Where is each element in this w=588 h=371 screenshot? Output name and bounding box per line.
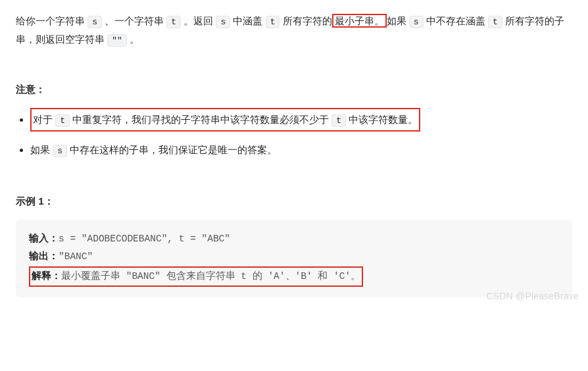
code-t: t: [266, 16, 280, 28]
code-t: t: [166, 16, 181, 28]
notice-list: 对于 t 中重复字符，我们寻找的子字符串中该字符数量必须不少于 t 中该字符数量…: [16, 108, 572, 159]
example-explain-line: 解释：最小覆盖子串 "BANC" 包含来自字符串 t 的 'A'、'B' 和 '…: [29, 266, 559, 287]
note-text: 中该字符数量。: [346, 114, 418, 125]
highlight-min-substring: 最小子串。: [332, 14, 387, 28]
note-text: 中重复字符，我们寻找的子字符串中该字符数量必须不少于: [70, 114, 331, 125]
highlight-note-1: 对于 t 中重复字符，我们寻找的子字符串中该字符数量必须不少于 t 中该字符数量…: [30, 108, 420, 132]
intro-text: 中涵盖: [230, 15, 265, 26]
explain-label: 解释：: [32, 271, 61, 282]
highlight-explain: 解释：最小覆盖子串 "BANC" 包含来自字符串 t 的 'A'、'B' 和 '…: [29, 266, 363, 287]
intro-text: 、一个字符串: [102, 15, 166, 26]
list-item: 如果 s 中存在这样的子串，我们保证它是唯一的答案。: [30, 141, 572, 159]
problem-intro: 给你一个字符串 s 、一个字符串 t 。返回 s 中涵盖 t 所有字符的最小子串…: [16, 12, 572, 49]
note-text: 如果: [30, 144, 53, 155]
code-s: s: [87, 16, 102, 28]
notice-title: 注意：: [16, 80, 572, 99]
intro-text: 所有字符的: [280, 15, 331, 26]
intro-text: 中不存在涵盖: [424, 15, 488, 26]
code-t: t: [331, 114, 346, 127]
example-output-line: 输出："BANC": [29, 248, 559, 266]
example-input-line: 输入：s = "ADOBECODEBANC", t = "ABC": [29, 230, 559, 249]
code-s: s: [409, 16, 424, 28]
code-t: t: [55, 114, 70, 127]
code-s: s: [216, 16, 230, 28]
note-text: 对于: [33, 114, 55, 125]
output-label: 输出：: [29, 251, 59, 262]
intro-text: 如果: [387, 15, 409, 26]
code-t: t: [488, 16, 502, 28]
intro-text: 。: [127, 34, 139, 45]
intro-text: 。返回: [181, 15, 216, 26]
explain-value: 最小覆盖子串 "BANC" 包含来自字符串 t 的 'A'、'B' 和 'C'。: [61, 271, 360, 282]
input-label: 输入：: [29, 234, 59, 244]
example-title: 示例 1：: [16, 192, 572, 210]
list-item: 对于 t 中重复字符，我们寻找的子字符串中该字符数量必须不少于 t 中该字符数量…: [30, 108, 572, 132]
code-s: s: [53, 145, 67, 157]
intro-text: 给你一个字符串: [16, 15, 87, 26]
input-value: s = "ADOBECODEBANC", t = "ABC": [59, 234, 230, 244]
intro-paragraph: 给你一个字符串 s 、一个字符串 t 。返回 s 中涵盖 t 所有字符的最小子串…: [16, 12, 572, 49]
output-value: "BANC": [59, 251, 93, 262]
code-empty-string: "": [107, 34, 127, 47]
note-text: 中存在这样的子串，我们保证它是唯一的答案。: [67, 144, 277, 155]
example-block: 输入：s = "ADOBECODEBANC", t = "ABC" 输出："BA…: [16, 220, 572, 298]
